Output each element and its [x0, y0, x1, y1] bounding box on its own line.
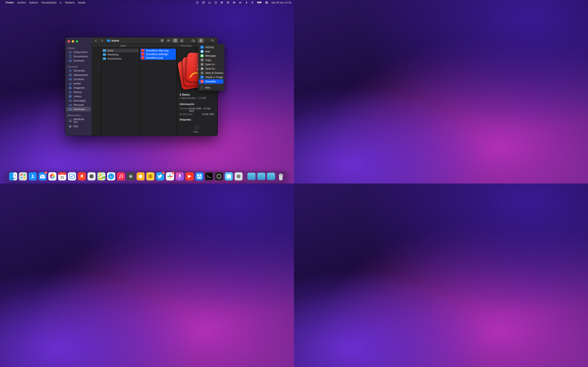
path-crumb-icons[interactable]: Icons — [92, 44, 155, 47]
list-view-button[interactable] — [165, 38, 172, 43]
screenmirror-status-icon[interactable] — [226, 1, 229, 4]
dock-app-twitter[interactable]: 1 — [156, 172, 164, 181]
preview-info-header: Información — [180, 103, 214, 106]
dock-app-generic-4[interactable] — [185, 172, 194, 181]
sidebar-item-escritorio[interactable]: Escritorio — [66, 58, 91, 63]
preview-more-button[interactable]: ⋯ Más… — [180, 126, 214, 133]
share-button[interactable] — [198, 38, 204, 43]
dock-folder-2[interactable] — [257, 172, 266, 181]
dock-app-launchpad[interactable] — [19, 172, 27, 181]
dock-app-photos[interactable] — [48, 172, 57, 181]
column-row-stub[interactable]: › — [92, 48, 101, 52]
dock-app-sharebot[interactable] — [78, 172, 86, 181]
dock-folder-1[interactable] — [247, 172, 256, 181]
dock-app-generic-6[interactable] — [225, 172, 233, 181]
sidebar-item-recientes[interactable]: Recientes — [66, 68, 91, 73]
file-row[interactable]: ShareBot1.afdesign — [140, 52, 176, 56]
share-item-more[interactable]: ⋯Más… — [199, 85, 223, 90]
now-playing-status-icon[interactable] — [232, 1, 236, 4]
dock-app-terminal[interactable] — [205, 172, 214, 181]
sidebar-item-developer[interactable]: Developer — [66, 107, 91, 111]
share-item-saveas[interactable]: Save As… — [199, 67, 223, 71]
dock-app-generic-7[interactable] — [234, 172, 243, 181]
sidebar-item-icloud-drive[interactable]: iCloud Drive — [66, 50, 91, 54]
sidebar-item-documentos[interactable]: Documentos — [66, 54, 91, 58]
dock-app-generic-2[interactable] — [136, 172, 145, 181]
menu-edicion[interactable]: Edición — [29, 1, 38, 4]
minimize-button[interactable] — [72, 40, 74, 43]
dock-app-music[interactable] — [117, 172, 125, 181]
dock-folder-3[interactable] — [267, 172, 276, 181]
zoom-button[interactable] — [76, 40, 78, 43]
sidebar-item-label: Recientes — [73, 69, 85, 72]
menu-ir[interactable]: Ir — [60, 1, 61, 4]
share-item-things[interactable]: Añadir a Things — [199, 75, 223, 79]
dock-app-finder[interactable] — [9, 172, 17, 181]
gallery-view-button[interactable] — [179, 38, 185, 43]
close-button[interactable] — [68, 40, 70, 43]
column-row-stub[interactable]: › — [92, 68, 101, 72]
calendar-status-icon[interactable] — [202, 1, 205, 4]
dock-app-appstore[interactable] — [29, 172, 37, 181]
svg-point-49 — [15, 175, 16, 175]
share-item-mensajes[interactable]: Mensajes — [199, 54, 223, 58]
share-item-openin[interactable]: Open In… — [199, 62, 223, 67]
wifi-status-icon[interactable] — [251, 1, 254, 4]
dock-app-generic-5[interactable] — [215, 172, 223, 181]
dock-app-maps[interactable] — [97, 172, 106, 181]
share-item-airdrop[interactable]: AirDrop — [199, 45, 223, 49]
dock-app-generic-3[interactable] — [146, 172, 155, 181]
share-item-mail[interactable]: Mail — [199, 49, 223, 54]
dock-app-calendar[interactable]: NOV25 — [58, 172, 67, 181]
dock-app-xcode[interactable] — [195, 172, 204, 181]
share-item-sharebot[interactable]: ShareBot — [199, 79, 223, 83]
menu-datetime[interactable]: Jue 25 nov 21:01 — [271, 1, 292, 4]
battery-status-icon[interactable] — [257, 1, 262, 4]
forward-button[interactable] — [100, 38, 104, 43]
sidebar-item-videos[interactable]: Vídeos — [66, 94, 91, 99]
column-row-stub[interactable]: › — [92, 62, 101, 66]
folder-row-screenshots[interactable]: Screenshots› — [101, 57, 139, 60]
control-center-icon[interactable] — [265, 1, 268, 4]
volume-status-icon[interactable] — [238, 1, 242, 4]
menu-ventana[interactable]: Ventana — [65, 1, 75, 4]
share-item-copy[interactable]: Copy — [199, 58, 223, 62]
dock-app-safari[interactable] — [107, 172, 116, 181]
sidebar-item-aplicaciones[interactable]: Aplicaciones — [66, 73, 91, 77]
dock-app-slack[interactable]: 2 — [166, 172, 174, 181]
sidebar-item-personal[interactable]: Personal — [66, 103, 91, 107]
app-name[interactable]: Finder — [6, 1, 14, 4]
package-status-icon[interactable] — [220, 1, 223, 4]
search-button[interactable] — [209, 38, 215, 43]
dock-app-things[interactable] — [68, 172, 76, 181]
dock-app-generic-1[interactable] — [87, 172, 96, 181]
file-row[interactable]: ShareBot1-Mac.png — [140, 49, 176, 52]
dock-trash[interactable] — [277, 172, 285, 181]
dock-app-mail[interactable]: 3 — [38, 172, 47, 181]
folder-row-marketing[interactable]: Marketing› — [101, 53, 139, 57]
sidebar-item-imagenes[interactable]: Imágenes — [66, 86, 91, 90]
share-item-savedownloads[interactable]: Save to Downloads — [199, 71, 223, 75]
sidebar-item-red[interactable]: Red — [66, 124, 91, 128]
timemachine-status-icon[interactable] — [214, 1, 217, 4]
column-view-button[interactable] — [172, 38, 178, 43]
menu-visualizacion[interactable]: Visualización — [41, 1, 57, 4]
file-row[interactable]: ShareBot1.png — [140, 56, 176, 60]
folder-row-icons[interactable]: Icons› — [102, 49, 139, 52]
dock-app-settings[interactable] — [127, 172, 135, 181]
dock-app-shortcuts[interactable] — [176, 172, 184, 181]
sidebar-item-escritorio-fav[interactable]: Escritorio — [66, 77, 91, 81]
group-button[interactable] — [190, 38, 196, 43]
sidebar-item-descargas[interactable]: Descargas — [66, 99, 91, 103]
sidebar-item-musica[interactable]: Música — [66, 90, 91, 94]
home-status-icon[interactable] — [208, 1, 211, 4]
sidebar-item-macbook[interactable]: MacBook Pro — [66, 117, 91, 124]
bluetooth-status-icon[interactable] — [245, 1, 248, 4]
menu-ayuda[interactable]: Ayuda — [78, 1, 85, 4]
sidebar-item-home[interactable]: pvieito — [66, 81, 91, 86]
meta-created: Creación16 dic 2020 – 22 feb 2021 — [180, 107, 214, 113]
icon-view-button[interactable] — [159, 38, 165, 43]
status-icon-1[interactable] — [196, 1, 199, 4]
menu-archivo[interactable]: Archivo — [17, 1, 26, 4]
back-button[interactable] — [94, 38, 98, 43]
